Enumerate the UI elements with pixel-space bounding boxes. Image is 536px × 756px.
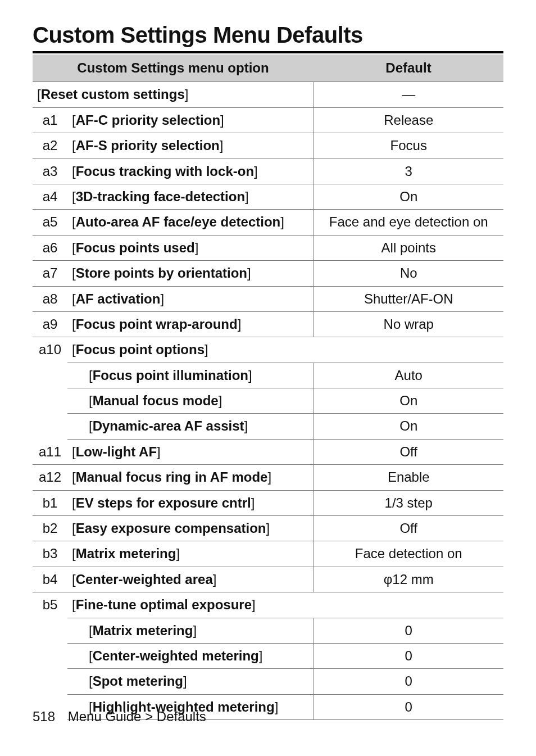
num: a2: [33, 133, 67, 159]
def: No wrap: [314, 311, 503, 337]
row-b4: b4 [Center-weighted area] φ12 mm: [33, 567, 503, 592]
row-a11: a11 [Low-light AF] Off: [33, 439, 503, 464]
row-a7: a7 [Store points by orientation] No: [33, 261, 503, 286]
opt: [Manual focus mode]: [84, 388, 314, 414]
defaults-table: Custom Settings menu option Default [Res…: [33, 55, 503, 720]
num: a9: [33, 311, 67, 337]
cell-reset-default: —: [314, 82, 503, 107]
row-a12: a12 [Manual focus ring in AF mode] Enabl…: [33, 465, 503, 490]
row-b3: b3 [Matrix metering] Face detection on: [33, 541, 503, 567]
opt: [Store points by orientation]: [67, 261, 314, 286]
def: On: [314, 184, 503, 209]
cell-reset-label: [Reset custom settings]: [33, 82, 314, 107]
def: Face and eye detection on: [314, 210, 503, 235]
def: Off: [314, 516, 503, 541]
num: a4: [33, 184, 67, 209]
opt: [Focus point wrap-around]: [67, 311, 314, 337]
opt: [Manual focus ring in AF mode]: [67, 465, 314, 490]
def: 1/3 step: [314, 490, 503, 515]
row-b5-sub2: [Spot metering] 0: [33, 669, 503, 694]
opt: [AF activation]: [67, 286, 314, 311]
opt: [Auto-area AF face/eye detection]: [67, 210, 314, 235]
opt: [Matrix metering]: [84, 618, 314, 643]
opt: [Focus point illumination]: [84, 363, 314, 388]
def: Face detection on: [314, 541, 503, 567]
row-b5-head: b5 [Fine-tune optimal exposure]: [33, 592, 503, 618]
def: 0: [314, 643, 503, 668]
num: b4: [33, 567, 67, 592]
row-a9: a9 [Focus point wrap-around] No wrap: [33, 311, 503, 337]
num: b2: [33, 516, 67, 541]
opt: [Focus points used]: [67, 235, 314, 260]
opt: [Focus tracking with lock-on]: [67, 159, 314, 184]
def: Off: [314, 439, 503, 464]
header-default: Default: [314, 55, 503, 82]
def: Release: [314, 107, 503, 133]
opt: [Fine-tune optimal exposure]: [67, 592, 503, 618]
table-header-row: Custom Settings menu option Default: [33, 55, 503, 82]
row-a10-head: a10 [Focus point options]: [33, 337, 503, 363]
num: a6: [33, 235, 67, 260]
def: φ12 mm: [314, 567, 503, 592]
def: Focus: [314, 133, 503, 159]
opt: [Focus point options]: [67, 337, 503, 363]
sub-indent: [67, 363, 84, 388]
num: a5: [33, 210, 67, 235]
row-reset: [Reset custom settings] —: [33, 82, 503, 107]
opt: [Matrix metering]: [67, 541, 314, 567]
row-a10-sub1: [Manual focus mode] On: [33, 388, 503, 414]
opt: [Dynamic-area AF assist]: [84, 414, 314, 439]
def: All points: [314, 235, 503, 260]
row-a6: a6 [Focus points used] All points: [33, 235, 503, 260]
num: b3: [33, 541, 67, 567]
sub-indent: [67, 643, 84, 668]
def: Enable: [314, 465, 503, 490]
page-footer: 518 Menu Guide > Defaults: [33, 709, 206, 725]
def: Auto: [314, 363, 503, 388]
row-b5-sub0: [Matrix metering] 0: [33, 618, 503, 643]
title-underline: [33, 51, 503, 53]
row-a10-sub2: [Dynamic-area AF assist] On: [33, 414, 503, 439]
row-b5-sub1: [Center-weighted metering] 0: [33, 643, 503, 668]
sub-indent: [67, 669, 84, 694]
row-b2: b2 [Easy exposure compensation] Off: [33, 516, 503, 541]
def: 0: [314, 618, 503, 643]
row-a3: a3 [Focus tracking with lock-on] 3: [33, 159, 503, 184]
reset-label-text: Reset custom settings: [41, 87, 185, 102]
row-a5: a5 [Auto-area AF face/eye detection] Fac…: [33, 210, 503, 235]
num: a10: [33, 337, 67, 440]
header-option: Custom Settings menu option: [33, 55, 314, 82]
row-a4: a4 [3D-tracking face-detection] On: [33, 184, 503, 209]
num: a12: [33, 465, 67, 490]
row-a2: a2 [AF-S priority selection] Focus: [33, 133, 503, 159]
opt: [Center-weighted area]: [67, 567, 314, 592]
def: 0: [314, 694, 503, 719]
page-number: 518: [33, 709, 55, 724]
num: a1: [33, 107, 67, 133]
opt: [3D-tracking face-detection]: [67, 184, 314, 209]
num: a8: [33, 286, 67, 311]
def: 0: [314, 669, 503, 694]
row-b1: b1 [EV steps for exposure cntrl] 1/3 ste…: [33, 490, 503, 515]
def: On: [314, 388, 503, 414]
opt: [Low-light AF]: [67, 439, 314, 464]
def: On: [314, 414, 503, 439]
opt: [AF-C priority selection]: [67, 107, 314, 133]
row-a10-sub0: [Focus point illumination] Auto: [33, 363, 503, 388]
breadcrumb: Menu Guide > Defaults: [68, 709, 206, 724]
def: No: [314, 261, 503, 286]
def: Shutter/AF-ON: [314, 286, 503, 311]
num: a7: [33, 261, 67, 286]
opt: [Spot metering]: [84, 669, 314, 694]
num: a11: [33, 439, 67, 464]
num: a3: [33, 159, 67, 184]
def: 3: [314, 159, 503, 184]
row-a8: a8 [AF activation] Shutter/AF-ON: [33, 286, 503, 311]
page-title: Custom Settings Menu Defaults: [33, 22, 503, 48]
opt: [EV steps for exposure cntrl]: [67, 490, 314, 515]
opt: [Easy exposure compensation]: [67, 516, 314, 541]
num: b1: [33, 490, 67, 515]
num: b5: [33, 592, 67, 720]
sub-indent: [67, 388, 84, 414]
sub-indent: [67, 414, 84, 439]
